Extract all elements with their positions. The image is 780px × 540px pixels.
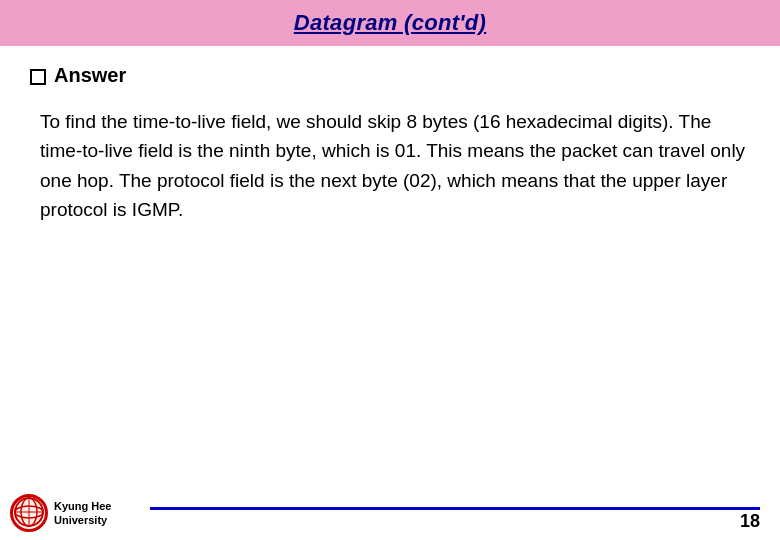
title-bar: Datagram (cont'd) — [0, 0, 780, 46]
slide: Datagram (cont'd) Answer To find the tim… — [0, 0, 780, 540]
logo-area: Kyung Hee University — [10, 494, 111, 532]
logo-text: Kyung Hee University — [54, 499, 111, 528]
logo-line1: Kyung Hee — [54, 499, 111, 513]
logo-inner-graphic — [13, 496, 45, 531]
slide-title: Datagram (cont'd) — [294, 10, 486, 35]
footer-divider — [150, 507, 760, 510]
footer: Kyung Hee University 18 — [0, 494, 780, 540]
answer-heading: Answer — [30, 64, 750, 87]
answer-label: Answer — [54, 64, 126, 87]
logo-icon — [10, 494, 48, 532]
checkbox-icon — [30, 69, 46, 85]
content-area: Answer To find the time-to-live field, w… — [0, 64, 780, 540]
logo-line2: University — [54, 513, 111, 527]
body-paragraph: To find the time-to-live field, we shoul… — [30, 107, 750, 225]
page-number: 18 — [740, 511, 760, 532]
